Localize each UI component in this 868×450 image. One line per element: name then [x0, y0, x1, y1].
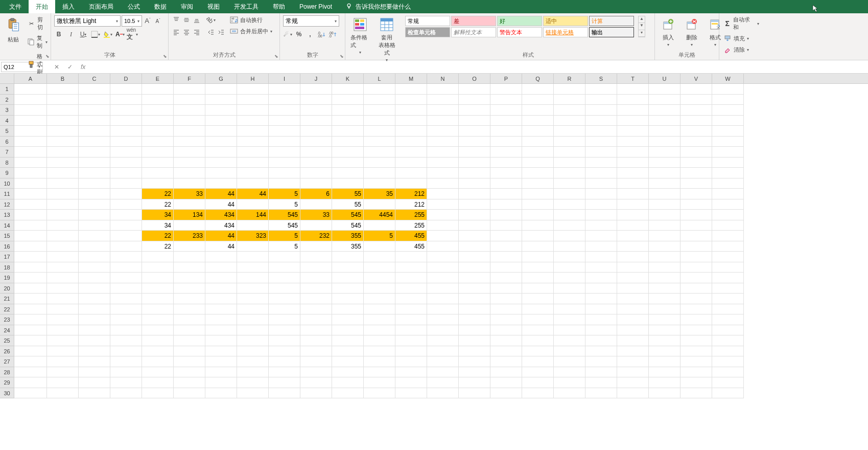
- style-normal[interactable]: 常规: [405, 16, 450, 26]
- cell-H14[interactable]: [237, 220, 269, 231]
- cell-O28[interactable]: [459, 367, 490, 378]
- cell-U11[interactable]: [649, 189, 681, 199]
- cell-N27[interactable]: [427, 356, 459, 367]
- cell-K4[interactable]: [332, 116, 364, 126]
- cell-S19[interactable]: [585, 273, 617, 283]
- cell-O4[interactable]: [459, 116, 490, 126]
- cell-B27[interactable]: [47, 356, 79, 367]
- cell-N29[interactable]: [427, 377, 459, 388]
- cell-U7[interactable]: [649, 147, 681, 158]
- cells-area[interactable]: 2233444456553521222445552123413443414454…: [14, 84, 744, 398]
- cell-W2[interactable]: [712, 95, 744, 105]
- cell-C16[interactable]: [79, 241, 110, 252]
- cell-S18[interactable]: [585, 262, 617, 273]
- cell-L24[interactable]: [364, 325, 395, 336]
- cell-D14[interactable]: [110, 220, 142, 231]
- style-good[interactable]: 好: [497, 16, 542, 26]
- col-header-P[interactable]: P: [490, 74, 522, 83]
- cell-V27[interactable]: [681, 356, 712, 367]
- cell-P3[interactable]: [490, 105, 522, 116]
- cell-S11[interactable]: [585, 189, 617, 199]
- cell-M10[interactable]: [395, 178, 427, 189]
- cell-K3[interactable]: [332, 105, 364, 116]
- cell-N28[interactable]: [427, 367, 459, 378]
- cell-L28[interactable]: [364, 367, 395, 378]
- cell-B14[interactable]: [47, 220, 79, 231]
- cell-E16[interactable]: 22: [142, 241, 174, 252]
- cell-E18[interactable]: [142, 262, 174, 273]
- cell-G11[interactable]: 44: [205, 189, 237, 199]
- cell-A5[interactable]: [14, 126, 47, 137]
- cell-M20[interactable]: [395, 283, 427, 294]
- cell-C10[interactable]: [79, 178, 110, 189]
- cell-O13[interactable]: [459, 210, 490, 220]
- cell-M17[interactable]: [395, 252, 427, 262]
- cell-G22[interactable]: [205, 304, 237, 315]
- col-header-H[interactable]: H: [237, 74, 269, 83]
- cell-R1[interactable]: [554, 84, 585, 95]
- cell-E24[interactable]: [142, 325, 174, 336]
- cell-M23[interactable]: [395, 314, 427, 325]
- row-header-8[interactable]: 8: [0, 158, 14, 168]
- cell-P15[interactable]: [490, 231, 522, 241]
- cell-B26[interactable]: [47, 346, 79, 357]
- row-header-14[interactable]: 14: [0, 220, 14, 231]
- cell-F11[interactable]: 33: [174, 189, 205, 199]
- row-header-23[interactable]: 23: [0, 314, 14, 325]
- cell-W5[interactable]: [712, 126, 744, 137]
- cell-F6[interactable]: [174, 137, 205, 147]
- cell-P29[interactable]: [490, 377, 522, 388]
- cell-U1[interactable]: [649, 84, 681, 95]
- cell-M5[interactable]: [395, 126, 427, 137]
- cell-T30[interactable]: [617, 388, 649, 399]
- cell-M26[interactable]: [395, 346, 427, 357]
- cell-F4[interactable]: [174, 116, 205, 126]
- cell-F29[interactable]: [174, 377, 205, 388]
- cell-O2[interactable]: [459, 95, 490, 105]
- cell-Q2[interactable]: [522, 95, 554, 105]
- cell-I14[interactable]: 545: [269, 220, 300, 231]
- orientation-button[interactable]: ab▾: [206, 15, 216, 25]
- cell-T23[interactable]: [617, 314, 649, 325]
- cell-Q10[interactable]: [522, 178, 554, 189]
- cell-C18[interactable]: [79, 262, 110, 273]
- cell-R8[interactable]: [554, 158, 585, 168]
- cell-A1[interactable]: [14, 84, 47, 95]
- fill-button[interactable]: 填充▾: [722, 34, 760, 43]
- cell-D23[interactable]: [110, 314, 142, 325]
- cell-T29[interactable]: [617, 377, 649, 388]
- row-header-2[interactable]: 2: [0, 95, 14, 105]
- row-header-30[interactable]: 30: [0, 388, 14, 399]
- cell-S1[interactable]: [585, 84, 617, 95]
- cell-J9[interactable]: [300, 168, 332, 178]
- cell-P6[interactable]: [490, 137, 522, 147]
- cell-B11[interactable]: [47, 189, 79, 199]
- cell-H7[interactable]: [237, 147, 269, 158]
- cell-P27[interactable]: [490, 356, 522, 367]
- cell-S29[interactable]: [585, 377, 617, 388]
- cell-F27[interactable]: [174, 356, 205, 367]
- cell-F2[interactable]: [174, 95, 205, 105]
- style-output[interactable]: 输出: [589, 27, 634, 37]
- cell-H26[interactable]: [237, 346, 269, 357]
- cell-S28[interactable]: [585, 367, 617, 378]
- cell-G2[interactable]: [205, 95, 237, 105]
- col-header-V[interactable]: V: [681, 74, 712, 83]
- cell-P8[interactable]: [490, 158, 522, 168]
- cell-F23[interactable]: [174, 314, 205, 325]
- cell-C28[interactable]: [79, 367, 110, 378]
- cell-J14[interactable]: [300, 220, 332, 231]
- cell-R23[interactable]: [554, 314, 585, 325]
- col-header-I[interactable]: I: [269, 74, 300, 83]
- cell-N3[interactable]: [427, 105, 459, 116]
- cell-M1[interactable]: [395, 84, 427, 95]
- cell-B25[interactable]: [47, 335, 79, 346]
- cell-L27[interactable]: [364, 356, 395, 367]
- align-right-button[interactable]: [192, 28, 201, 37]
- cell-F22[interactable]: [174, 304, 205, 315]
- cell-B7[interactable]: [47, 147, 79, 158]
- cell-O20[interactable]: [459, 283, 490, 294]
- style-neutral[interactable]: 适中: [543, 16, 588, 26]
- delete-cells-button[interactable]: 删除▾: [682, 15, 702, 48]
- cell-F12[interactable]: [174, 199, 205, 210]
